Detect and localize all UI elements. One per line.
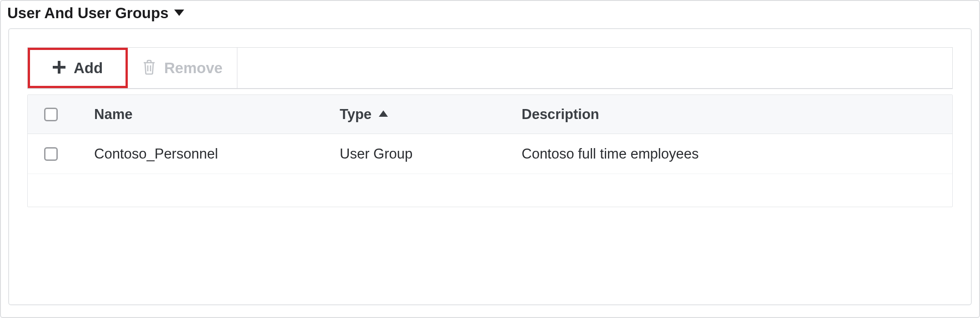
user-and-user-groups-panel: User And User Groups Add <box>0 0 980 318</box>
row-select-cell <box>44 147 94 161</box>
trash-icon <box>142 60 156 77</box>
caret-down-icon <box>174 10 184 17</box>
column-header-type-label: Type <box>340 106 372 123</box>
table-empty-space <box>28 174 952 207</box>
remove-button[interactable]: Remove <box>128 48 237 88</box>
select-all-cell <box>44 108 94 121</box>
section-title: User And User Groups <box>7 5 169 22</box>
column-header-description[interactable]: Description <box>522 106 952 123</box>
toolbar-spacer <box>237 48 952 88</box>
plus-icon <box>53 61 65 75</box>
column-header-type[interactable]: Type <box>340 106 522 123</box>
column-header-name[interactable]: Name <box>94 106 340 123</box>
add-button-label: Add <box>74 60 103 77</box>
row-checkbox[interactable] <box>44 147 58 161</box>
select-all-checkbox[interactable] <box>44 108 58 121</box>
row-description: Contoso full time employees <box>522 146 952 162</box>
inner-panel: Add Remove <box>8 28 972 305</box>
section-header[interactable]: User And User Groups <box>1 1 979 28</box>
users-table: Name Type Description Contoso_Personnel … <box>27 94 953 207</box>
svg-marker-3 <box>379 110 388 117</box>
row-type: User Group <box>340 146 522 162</box>
remove-button-label: Remove <box>164 60 222 77</box>
table-row[interactable]: Contoso_Personnel User Group Contoso ful… <box>28 134 952 174</box>
svg-marker-0 <box>174 10 184 16</box>
svg-rect-2 <box>53 66 65 69</box>
add-button[interactable]: Add <box>28 48 128 88</box>
toolbar: Add Remove <box>27 47 953 89</box>
sort-asc-icon <box>379 110 388 119</box>
table-header-row: Name Type Description <box>28 95 952 134</box>
row-name: Contoso_Personnel <box>94 146 340 162</box>
